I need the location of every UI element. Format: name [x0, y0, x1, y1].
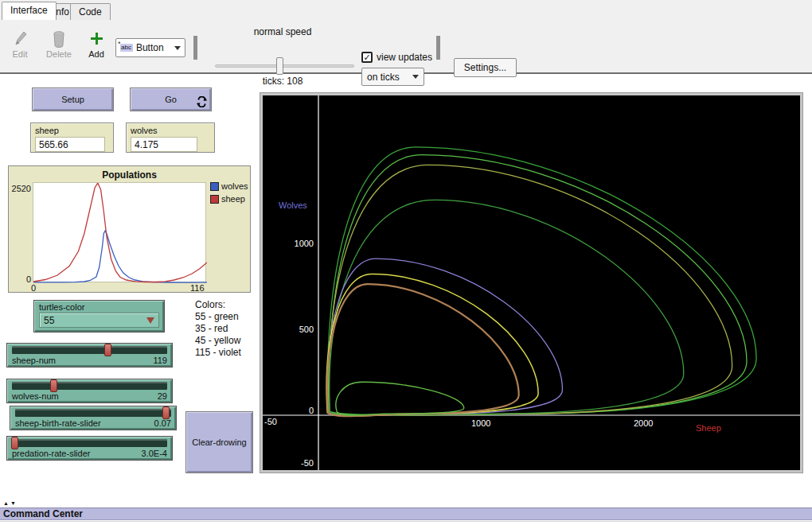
chevron-down-icon — [412, 75, 419, 79]
sheep-birth-rate-slider[interactable]: sheep-birth-rate-slider0.07 — [10, 406, 177, 430]
populations-plot: Populations 2520 0 0 116 wolves sheep — [8, 165, 251, 293]
speed-slider-label: normal speed — [209, 26, 357, 37]
ytick-500: 500 — [283, 325, 314, 334]
slider-track[interactable] — [15, 409, 171, 417]
trash-icon — [52, 30, 66, 48]
world-view-canvas: Wolves 1000 500 0 -50 -50 1000 2000 Shee… — [263, 95, 800, 470]
ytick-0: 0 — [283, 406, 314, 415]
speed-slider-thumb[interactable] — [276, 57, 283, 75]
sheep-num-slider[interactable]: sheep-num119 — [6, 343, 173, 368]
plus-icon — [89, 30, 104, 48]
clear-drawing-button[interactable]: Clear-drowing — [185, 411, 253, 473]
slider-track[interactable] — [12, 439, 167, 447]
forever-icon — [197, 96, 207, 107]
button-widget-icon: * abc — [120, 44, 133, 52]
xtick-1000: 1000 — [471, 418, 490, 428]
wolves-axis-label: Wolves — [279, 200, 307, 210]
toolbar-separator — [193, 36, 197, 60]
speed-slider[interactable] — [215, 64, 354, 68]
plot-ymin: 0 — [10, 274, 31, 284]
wolves-pen-swatch — [210, 182, 219, 191]
setup-button[interactable]: Setup — [32, 88, 114, 111]
ticks-counter: ticks: 108 — [209, 76, 357, 87]
checkbox-check-icon[interactable]: ✓ — [361, 52, 373, 63]
slider-track[interactable] — [12, 346, 167, 354]
sheep-monitor-value: 565.66 — [35, 137, 105, 152]
add-label: Add — [88, 49, 104, 59]
settings-button[interactable]: Settings... — [454, 58, 517, 77]
sheep-monitor: sheep 565.66 — [30, 122, 114, 153]
pencil-icon — [13, 30, 27, 48]
slider-track[interactable] — [12, 382, 167, 390]
sheep-pen-swatch — [210, 195, 219, 204]
tab-bar: Interface Info Code — [0, 0, 812, 20]
plot-xmax: 116 — [190, 283, 205, 293]
toolbar: Edit Delete Add * abc Button normal spee… — [0, 20, 812, 74]
legend-sheep: sheep — [210, 194, 245, 204]
update-mode-value: on ticks — [367, 72, 400, 83]
add-widget-button[interactable]: Add — [83, 30, 110, 59]
command-center-splitter[interactable]: ▲▼ — [0, 500, 812, 508]
widget-type-value: Button — [136, 42, 164, 53]
wolves-monitor-label: wolves — [131, 126, 210, 135]
slider-thumb[interactable] — [104, 344, 111, 356]
plot-lines — [33, 183, 207, 283]
command-center-input-area[interactable] — [0, 521, 812, 525]
splitter-arrows-icon[interactable]: ▲▼ — [3, 500, 18, 506]
colors-note: Colors: 55 - green 35 - red 45 - yellow … — [195, 299, 241, 359]
plot-title: Populations — [9, 169, 250, 181]
chooser-dropdown-icon — [146, 317, 154, 324]
sheep-axis-label: Sheep — [696, 423, 721, 433]
legend-wolves: wolves — [210, 181, 248, 191]
view-updates-checkbox[interactable]: ✓ view updates — [361, 52, 432, 63]
go-button[interactable]: Go — [130, 88, 212, 111]
edit-label: Edit — [13, 49, 28, 59]
plot-canvas — [33, 182, 206, 282]
delete-label: Delete — [46, 49, 72, 59]
widget-type-dropdown[interactable]: * abc Button — [115, 38, 185, 57]
toolbar-separator — [436, 36, 440, 60]
turtles-color-chooser[interactable]: turtles-color 55 — [33, 300, 165, 332]
edit-button[interactable]: Edit — [6, 30, 33, 59]
plot-ymax: 2520 — [10, 184, 31, 193]
sheep-monitor-label: sheep — [35, 126, 109, 135]
chooser-label: turtles-color — [39, 302, 159, 312]
command-center-title: Command Center — [0, 508, 83, 519]
slider-thumb[interactable] — [50, 379, 57, 392]
ytick-1000: 1000 — [283, 239, 314, 248]
world-view: Wolves 1000 500 0 -50 -50 1000 2000 Shee… — [260, 93, 802, 472]
chooser-field[interactable]: 55 — [39, 313, 159, 328]
plot-xmin: 0 — [31, 283, 36, 293]
slider-thumb[interactable] — [11, 437, 18, 449]
wolves-num-slider[interactable]: wolves-num29 — [6, 379, 173, 403]
chooser-value: 55 — [44, 315, 54, 326]
ytick-neg50: -50 — [283, 458, 314, 468]
view-updates-label: view updates — [377, 52, 432, 63]
wolves-monitor-value: 4.175 — [131, 137, 197, 152]
chevron-down-icon — [174, 46, 181, 50]
xtick-neg50: -50 — [264, 417, 277, 426]
slider-thumb[interactable] — [162, 406, 170, 419]
wolves-monitor: wolves 4.175 — [126, 122, 215, 153]
phase-plot — [263, 95, 800, 470]
delete-button[interactable]: Delete — [41, 30, 76, 59]
update-mode-dropdown[interactable]: on ticks — [361, 68, 424, 86]
xtick-2000: 2000 — [634, 418, 653, 428]
command-center-bar: Command Center — [0, 508, 812, 520]
tab-interface[interactable]: Interface — [2, 2, 57, 20]
predation-rate-slider[interactable]: predation-rate-slider3.0E-4 — [6, 436, 173, 461]
tab-code[interactable]: Code — [70, 3, 111, 20]
